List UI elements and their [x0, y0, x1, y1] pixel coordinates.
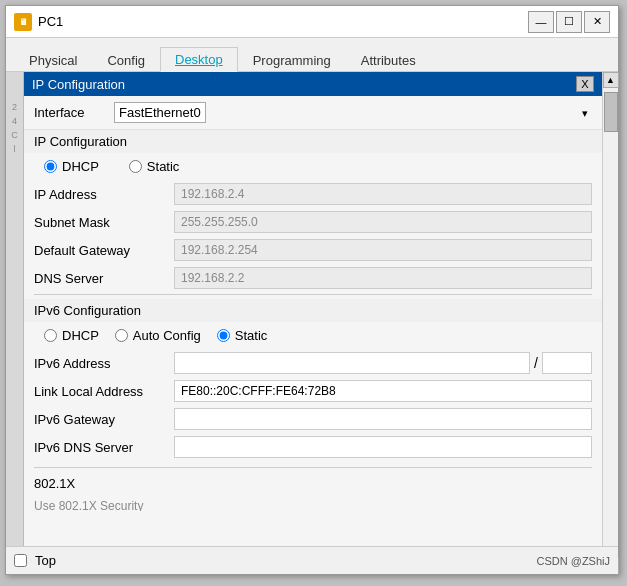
interface-select[interactable]: FastEthernet0 [114, 102, 206, 123]
link-local-label: Link Local Address [34, 384, 164, 399]
main-window: 🖥 PC1 — ☐ ✕ Physical Config Desktop Prog… [5, 5, 619, 575]
ipv6-auto-radio-label[interactable]: Auto Config [115, 328, 201, 343]
interface-label: Interface [34, 105, 104, 120]
ipv6-auto-radio[interactable] [115, 329, 128, 342]
cutoff-text: Use 802.1X Security [24, 495, 602, 511]
ipv6-dhcp-radio-label[interactable]: DHCP [44, 328, 99, 343]
ipv6-dns-label: IPv6 DNS Server [34, 440, 164, 455]
ip-config-close-button[interactable]: X [576, 76, 594, 92]
left-strip: 2 4 C l [6, 72, 24, 574]
scroll-up-arrow[interactable]: ▲ [603, 72, 619, 88]
ipv4-section-header: IP Configuration [24, 130, 602, 153]
dhcp-radio-label[interactable]: DHCP [44, 159, 99, 174]
static-radio-label[interactable]: Static [129, 159, 180, 174]
dhcp-radio[interactable] [44, 160, 57, 173]
main-panel: IP Configuration X Interface FastEtherne… [24, 72, 602, 574]
section-8021x: 802.1X [24, 472, 602, 495]
interface-row: Interface FastEthernet0 [24, 96, 602, 130]
ipv4-divider [34, 294, 592, 295]
default-gateway-field: Default Gateway [24, 236, 602, 264]
static-label: Static [147, 159, 180, 174]
subnet-mask-input[interactable] [174, 211, 592, 233]
ipv6-radio-group: DHCP Auto Config Static [24, 322, 602, 349]
ipv6-slash: / [534, 355, 538, 371]
ipv6-address-row: / [174, 352, 592, 374]
ipv6-dhcp-label: DHCP [62, 328, 99, 343]
ipv6-dns-field: IPv6 DNS Server [24, 433, 602, 461]
link-local-field: Link Local Address [24, 377, 602, 405]
ipv6-static-label: Static [235, 328, 268, 343]
subnet-mask-label: Subnet Mask [34, 215, 164, 230]
default-gateway-input[interactable] [174, 239, 592, 261]
title-bar-controls: — ☐ ✕ [528, 11, 610, 33]
ipv6-prefix-input[interactable] [542, 352, 592, 374]
top-checkbox[interactable] [14, 554, 27, 567]
ipv6-address-input[interactable] [174, 352, 530, 374]
ipv6-dns-input[interactable] [174, 436, 592, 458]
tab-bar: Physical Config Desktop Programming Attr… [6, 38, 618, 72]
scroll-thumb[interactable] [604, 92, 618, 132]
subnet-mask-field: Subnet Mask [24, 208, 602, 236]
tab-desktop[interactable]: Desktop [160, 47, 238, 72]
dns-server-input[interactable] [174, 267, 592, 289]
link-local-input[interactable] [174, 380, 592, 402]
static-radio[interactable] [129, 160, 142, 173]
right-scrollbar[interactable]: ▲ ▼ [602, 72, 618, 574]
ip-config-title: IP Configuration [32, 77, 125, 92]
ipv4-radio-group: DHCP Static [24, 153, 602, 180]
ipv6-dhcp-radio[interactable] [44, 329, 57, 342]
tab-config[interactable]: Config [92, 48, 160, 72]
ipv6-static-radio-label[interactable]: Static [217, 328, 268, 343]
ipv6-address-field: IPv6 Address / [24, 349, 602, 377]
ipv6-gateway-input[interactable] [174, 408, 592, 430]
ipv6-auto-label: Auto Config [133, 328, 201, 343]
default-gateway-label: Default Gateway [34, 243, 164, 258]
ip-config-header: IP Configuration X [24, 72, 602, 96]
dhcp-label: DHCP [62, 159, 99, 174]
title-bar: 🖥 PC1 — ☐ ✕ [6, 6, 618, 38]
ipv6-gateway-field: IPv6 Gateway [24, 405, 602, 433]
tab-physical[interactable]: Physical [14, 48, 92, 72]
watermark: CSDN @ZShiJ [536, 555, 610, 567]
window-icon: 🖥 [14, 13, 32, 31]
tab-attributes[interactable]: Attributes [346, 48, 431, 72]
dns-server-field: DNS Server [24, 264, 602, 292]
ipv6-address-label: IPv6 Address [34, 356, 164, 371]
ipv6-divider [34, 467, 592, 468]
minimize-button[interactable]: — [528, 11, 554, 33]
window-title: PC1 [38, 14, 528, 29]
top-label: Top [35, 553, 56, 568]
close-button[interactable]: ✕ [584, 11, 610, 33]
bottom-bar: Top CSDN @ZShiJ [6, 546, 618, 574]
tab-programming[interactable]: Programming [238, 48, 346, 72]
maximize-button[interactable]: ☐ [556, 11, 582, 33]
ip-address-input[interactable] [174, 183, 592, 205]
ip-address-field: IP Address [24, 180, 602, 208]
content-area: 2 4 C l IP Configuration X Interface Fas… [6, 72, 618, 574]
dns-server-label: DNS Server [34, 271, 164, 286]
ipv6-static-radio[interactable] [217, 329, 230, 342]
ip-address-label: IP Address [34, 187, 164, 202]
ipv6-section-header: IPv6 Configuration [24, 299, 602, 322]
ipv6-gateway-label: IPv6 Gateway [34, 412, 164, 427]
interface-select-wrapper: FastEthernet0 [114, 102, 592, 123]
